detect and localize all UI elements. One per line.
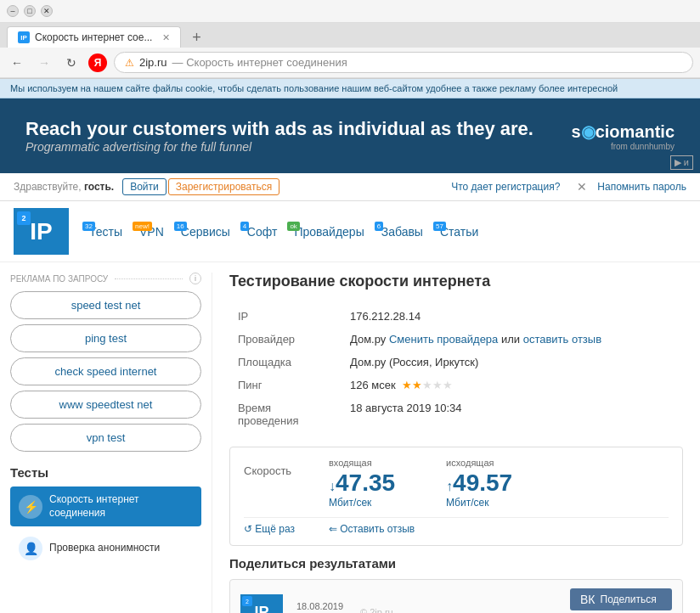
sidebar-section-title: Тесты xyxy=(10,465,201,480)
ad-button-www-speedtest-net[interactable]: www speedtest net xyxy=(10,391,201,419)
info-value-ip: 176.212.28.14 xyxy=(343,306,681,327)
result-logo: 2 IP xyxy=(240,594,283,613)
result-card: 2 IP 18.08.2019 10:34 © 2ip.ru ВК Подели… xyxy=(229,579,683,613)
share-buttons: ВК Поделиться ОК Класснуть xyxy=(570,588,672,613)
speed-actions: ↺ Ещё раз ⇐ Оставить отзыв xyxy=(244,517,669,535)
incoming-value: ↓47.35 xyxy=(329,470,395,497)
content-area: РЕКЛАМА ПО ЗАПРОСУ i speed test net ping… xyxy=(0,262,700,613)
ad-button-vpn-test[interactable]: vpn test xyxy=(10,424,201,452)
menu-item-soft[interactable]: 4 Софт xyxy=(240,222,285,242)
minimize-button[interactable]: – xyxy=(7,5,19,17)
main-content: Тестирование скорости интернета IP 176.2… xyxy=(212,273,700,613)
vk-icon: ВК xyxy=(580,593,596,606)
maximize-button[interactable]: □ xyxy=(24,5,36,17)
reload-button[interactable]: ↻ xyxy=(61,53,82,73)
result-site: © 2ip.ru xyxy=(360,607,393,613)
retry-link[interactable]: ↺ Ещё раз xyxy=(244,523,295,535)
outgoing-arrow: ↑ xyxy=(446,479,453,493)
yandex-icon[interactable]: Я xyxy=(88,53,107,72)
menu-badge-soft: 4 xyxy=(240,222,249,231)
nav-close-icon[interactable]: ✕ xyxy=(577,180,587,194)
ad-button-ping-test[interactable]: ping test xyxy=(10,324,201,352)
menu-item-vpn[interactable]: new! VPN xyxy=(133,222,171,242)
site-logo[interactable]: 2 IP xyxy=(14,208,69,255)
speed-box: Скорость входящая ↓47.35 Мбит/сек исходя… xyxy=(229,447,683,546)
result-info: 18.08.2019 10:34 xyxy=(296,601,343,613)
info-row-provider: Провайдер Дом.ру Сменить провайдера или … xyxy=(231,329,681,350)
ad-banner: Reach your customers with ads as individ… xyxy=(0,98,700,173)
logo-menu-bar: 2 IP 32 Тесты new! VPN 16 Сервисы 4 Софт… xyxy=(0,201,700,262)
register-link[interactable]: Зарегистрироваться xyxy=(168,178,279,195)
info-row-ip: IP 176.212.28.14 xyxy=(231,306,681,327)
info-value-platform: Дом.ру (Россия, Иркутск) xyxy=(343,351,681,373)
speed-col-incoming: входящая ↓47.35 Мбит/сек xyxy=(329,458,395,509)
main-wrapper: Мы используем на нашем сайте файлы cooki… xyxy=(0,79,700,613)
ad-brand-sub: from dunnhumby xyxy=(572,142,675,151)
ad-button-speed-test-net[interactable]: speed test net xyxy=(10,291,201,319)
outgoing-unit: Мбит/сек xyxy=(446,497,512,509)
address-bar[interactable]: ⚠ 2ip.ru — Скорость интернет соединения xyxy=(114,52,693,73)
tab-bar: IP Скорость интернет сое... ✕ + xyxy=(0,23,700,48)
ad-brand-name: s◉ciomantic xyxy=(572,121,675,142)
logo-number: 2 xyxy=(17,211,31,225)
info-label-platform: Площадка xyxy=(231,351,342,373)
info-value-provider: Дом.ру Сменить провайдера или оставить о… xyxy=(343,329,681,350)
leave-review-link[interactable]: оставить отзыв xyxy=(523,333,601,346)
sidebar-speed-label: Скорость интернет соединения xyxy=(49,493,193,520)
menu-item-fun[interactable]: 6 Забавы xyxy=(375,222,430,242)
tab-close-button[interactable]: ✕ xyxy=(162,32,170,43)
result-logo-number: 2 xyxy=(242,596,252,606)
speed-columns: входящая ↓47.35 Мбит/сек исходящая ↑49.5… xyxy=(329,458,669,509)
cookie-text: Мы используем на нашем сайте файлы cooki… xyxy=(10,83,618,93)
menu-item-articles[interactable]: 57 Статьи xyxy=(433,222,485,242)
menu-badge-services: 16 xyxy=(174,222,187,231)
menu-badge-tests: 32 xyxy=(82,222,95,231)
close-button[interactable]: ✕ xyxy=(41,5,53,17)
menu-item-tests[interactable]: 32 Тесты xyxy=(82,222,129,242)
leave-review-speed-link[interactable]: ⇐ Оставить отзыв xyxy=(329,523,415,535)
ssl-warning-icon: ⚠ xyxy=(125,57,134,69)
info-row-time: Время проведения 18 августа 2019 10:34 xyxy=(231,397,681,431)
sidebar-speed-icon: ⚡ xyxy=(19,495,42,519)
main-navigation: 32 Тесты new! VPN 16 Сервисы 4 Софт ok П… xyxy=(82,222,485,242)
speed-col-outgoing: исходящая ↑49.57 Мбит/сек xyxy=(446,458,512,509)
outgoing-value: ↑49.57 xyxy=(446,470,512,497)
info-row-platform: Площадка Дом.ру (Россия, Иркутск) xyxy=(231,351,681,373)
info-label-ip: IP xyxy=(231,306,342,327)
ad-subline: Programmatic advertising for the full fu… xyxy=(25,140,533,154)
login-link[interactable]: Войти xyxy=(122,178,167,195)
info-icon: i xyxy=(189,273,201,284)
info-label-provider: Провайдер xyxy=(231,329,342,350)
tab-title: Скорость интернет сое... xyxy=(35,31,152,43)
ad-button-check-speed-internet[interactable]: check speed internet xyxy=(10,357,201,385)
result-date: 18.08.2019 xyxy=(296,601,343,611)
sidebar-ads-label: РЕКЛАМА ПО ЗАПРОСУ i xyxy=(10,273,201,284)
menu-badge-fun: 6 xyxy=(375,222,383,231)
active-tab[interactable]: IP Скорость интернет сое... ✕ xyxy=(7,26,181,48)
menu-item-services[interactable]: 16 Сервисы xyxy=(174,222,237,242)
new-tab-button[interactable]: + xyxy=(186,27,206,48)
remind-link[interactable]: Напомнить пароль xyxy=(597,181,686,193)
sidebar-nav-item-anon[interactable]: 👤 Проверка анонимности xyxy=(10,530,201,567)
incoming-unit: Мбит/сек xyxy=(329,497,395,509)
info-value-time: 18 августа 2019 10:34 xyxy=(343,397,681,431)
share-title: Поделиться результатами xyxy=(229,556,683,571)
sidebar-nav-item-speed[interactable]: ⚡ Скорость интернет соединения xyxy=(10,486,201,526)
url-path: — Скорость интернет соединения xyxy=(172,56,347,69)
ping-stars: ★★★★★ xyxy=(402,379,453,391)
back-button[interactable]: ← xyxy=(7,53,27,73)
ad-brand: s◉ciomantic from dunnhumby xyxy=(572,121,675,151)
sidebar-anon-label: Проверка анонимности xyxy=(49,542,160,555)
menu-badge-vpn: new! xyxy=(133,222,152,231)
ad-text: Reach your customers with ads as individ… xyxy=(25,118,533,154)
speed-row: Скорость входящая ↓47.35 Мбит/сек исходя… xyxy=(244,458,669,509)
change-provider-link[interactable]: Сменить провайдера xyxy=(389,333,498,346)
url-domain: 2ip.ru xyxy=(139,56,167,69)
share-vk-button[interactable]: ВК Поделиться xyxy=(570,588,672,610)
menu-item-providers[interactable]: ok Провайдеры xyxy=(287,222,370,242)
benefits-link[interactable]: Что дает регистрация? xyxy=(451,181,560,193)
sidebar: РЕКЛАМА ПО ЗАПРОСУ i speed test net ping… xyxy=(0,273,212,613)
tab-favicon: IP xyxy=(18,31,30,43)
page-title: Тестирование скорости интернета xyxy=(229,273,683,290)
forward-button[interactable]: → xyxy=(34,53,54,73)
